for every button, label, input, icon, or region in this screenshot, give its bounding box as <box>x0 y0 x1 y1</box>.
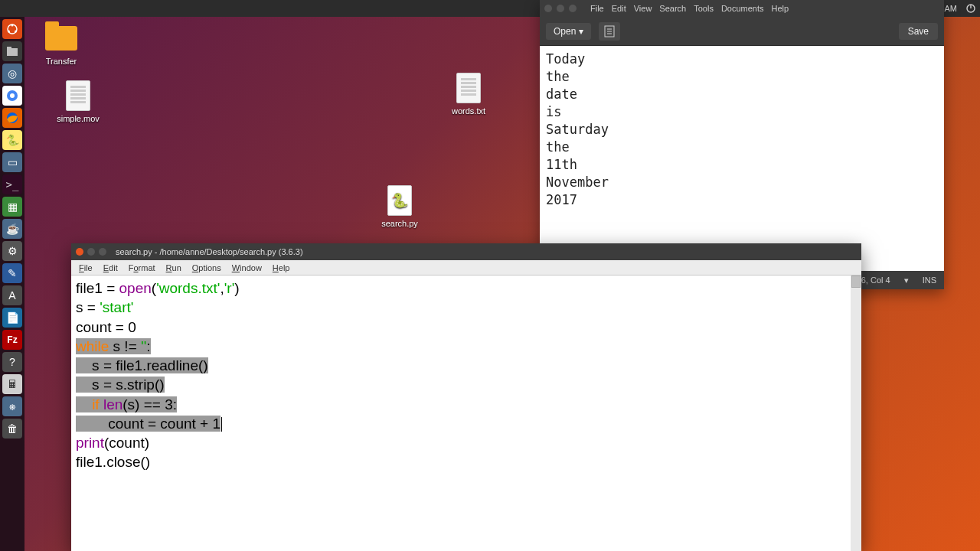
launcher-app-2[interactable]: ▭ <box>2 152 22 172</box>
launcher-app-1[interactable]: ◎ <box>2 64 22 83</box>
menu-view[interactable]: View <box>634 4 652 13</box>
svg-point-10 <box>15 31 17 33</box>
idle-window: search.py - /home/anne/Desktop/search.py… <box>71 243 861 551</box>
open-label: Open <box>554 26 576 37</box>
idle-titlebar[interactable]: search.py - /home/anne/Desktop/search.py… <box>71 243 861 260</box>
launcher-settings[interactable]: ⚙ <box>2 241 22 261</box>
desktop-icon-search-py[interactable]: 🐍 search.py <box>369 185 430 228</box>
launcher-chrome[interactable] <box>2 86 22 106</box>
vertical-scrollbar[interactable] <box>851 276 861 551</box>
idle-menubar: File Edit Format Run Options Window Help <box>71 260 861 276</box>
session-indicator[interactable] <box>966 4 975 13</box>
desktop-icon-simple-mov[interactable]: simple.mov <box>47 80 109 123</box>
desktop-icon-transfer[interactable]: Transfer <box>31 23 92 66</box>
icon-label: simple.mov <box>47 114 109 123</box>
launcher-filezilla[interactable]: Fz <box>2 330 22 350</box>
menu-documents[interactable]: Documents <box>721 4 764 13</box>
launcher-app-3[interactable]: ⎈ <box>2 396 22 416</box>
document-icon <box>66 80 90 111</box>
launcher-dash[interactable] <box>2 19 22 39</box>
launcher-help[interactable]: ? <box>2 352 22 372</box>
maximize-icon[interactable] <box>99 248 106 256</box>
unity-launcher: ◎ 🐍 ▭ >_ ▦ ☕ ⚙ ✎ A 📄 Fz ? 🖩 ⎈ 🗑 <box>0 17 24 551</box>
window-title: search.py - /home/anne/Desktop/search.py… <box>116 247 303 256</box>
launcher-gedit[interactable]: ✎ <box>2 263 22 283</box>
chevron-down-icon: ▾ <box>579 26 583 37</box>
minimize-icon[interactable] <box>87 248 95 256</box>
idle-code-area[interactable]: file1 = open('words.txt','r') s = 'start… <box>71 276 861 551</box>
menu-format[interactable]: Format <box>129 263 155 272</box>
menu-file[interactable]: File <box>590 4 604 13</box>
menu-file[interactable]: File <box>79 263 93 272</box>
launcher-firefox[interactable] <box>2 108 22 128</box>
open-button[interactable]: Open ▾ <box>546 23 591 40</box>
menu-run[interactable]: Run <box>166 263 181 272</box>
menu-options[interactable]: Options <box>192 263 221 272</box>
svg-point-8 <box>11 24 14 27</box>
menu-search[interactable]: Search <box>659 4 686 13</box>
scrollbar-thumb[interactable] <box>851 276 861 288</box>
folder-icon <box>45 26 77 51</box>
launcher-idle[interactable]: 🐍 <box>2 130 22 150</box>
insert-mode: INS <box>923 276 936 285</box>
svg-rect-11 <box>7 48 18 56</box>
svg-point-14 <box>10 93 15 98</box>
icon-label: Transfer <box>31 57 92 66</box>
close-icon[interactable] <box>76 248 83 256</box>
gedit-text-area[interactable]: Today the date is Saturday the 11th Nove… <box>540 46 944 271</box>
maximize-icon[interactable] <box>569 5 577 12</box>
menu-help[interactable]: Help <box>273 263 290 272</box>
menu-tools[interactable]: Tools <box>694 4 714 13</box>
launcher-software[interactable]: A <box>2 285 22 305</box>
close-icon[interactable] <box>544 5 552 12</box>
svg-point-9 <box>8 31 10 33</box>
menu-help[interactable]: Help <box>772 4 789 13</box>
launcher-writer[interactable]: 📄 <box>2 308 22 328</box>
new-document-button[interactable] <box>599 22 620 41</box>
gedit-titlebar[interactable]: File Edit View Search Tools Documents He… <box>540 0 944 17</box>
icon-label: search.py <box>369 219 430 228</box>
launcher-libre-calc[interactable]: ▦ <box>2 197 22 217</box>
minimize-icon[interactable] <box>557 5 564 12</box>
menu-edit[interactable]: Edit <box>612 4 626 13</box>
menu-window[interactable]: Window <box>232 263 262 272</box>
icon-label: words.txt <box>438 106 499 116</box>
document-icon <box>456 73 481 103</box>
launcher-java[interactable]: ☕ <box>2 219 22 239</box>
svg-rect-12 <box>7 47 11 49</box>
save-button[interactable]: Save <box>899 23 938 40</box>
launcher-terminal[interactable]: >_ <box>2 174 22 194</box>
launcher-files[interactable] <box>2 41 22 61</box>
desktop-icon-words-txt[interactable]: words.txt <box>438 73 499 116</box>
tab-width-dropdown[interactable]: ▾ <box>904 276 909 285</box>
python-file-icon: 🐍 <box>387 185 412 216</box>
menu-edit[interactable]: Edit <box>103 263 118 272</box>
text-cursor <box>221 417 222 432</box>
launcher-trash[interactable]: 🗑 <box>2 419 22 439</box>
gedit-toolbar: Open ▾ Save <box>540 17 944 46</box>
launcher-calculator[interactable]: 🖩 <box>2 374 22 394</box>
